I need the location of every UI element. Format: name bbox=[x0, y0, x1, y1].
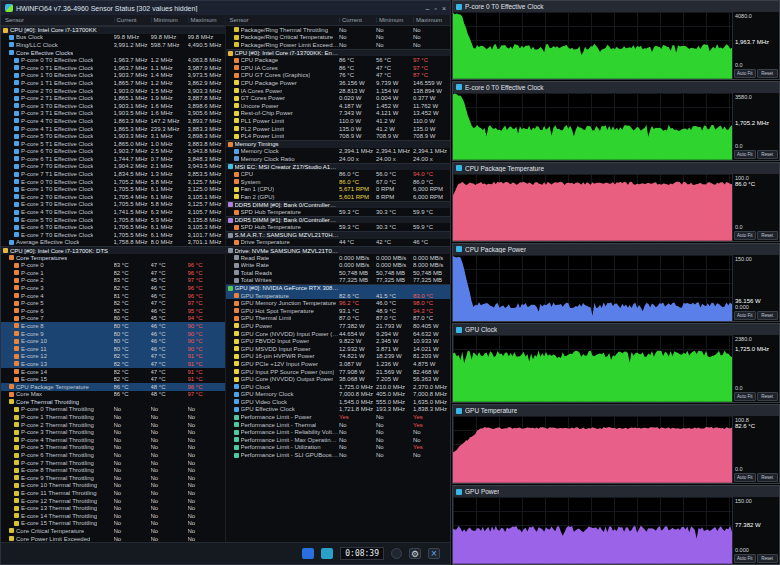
sensor-row[interactable]: P-core 6 T1 Effective Clock1,744.7 MHz0.… bbox=[1, 155, 225, 163]
reset-button[interactable]: Reset bbox=[757, 554, 779, 563]
sensor-row[interactable]: Package/Ring Power Limit ExceededNoNoNo bbox=[226, 41, 451, 49]
sensor-row[interactable]: Core Temperatures bbox=[1, 254, 225, 262]
sensor-row[interactable]: GPU Input PP Source Power (sum)77.908 W2… bbox=[226, 368, 451, 376]
sensor-row[interactable]: GPU Power77.382 W21.793 W80.405 W bbox=[226, 322, 451, 330]
sensor-row[interactable]: Core Thermal Throttling bbox=[1, 398, 225, 406]
sensor-row[interactable]: CPU Package86 °C56 °C97 °C bbox=[226, 56, 451, 64]
sensor-row[interactable]: GPU Clock1,725.0 MHz210.0 MHz2,370.0 MHz bbox=[226, 383, 451, 391]
sensor-row[interactable]: Performance Limit - PowerYesNoYes bbox=[226, 413, 451, 421]
sensor-row[interactable]: E-core 8 Thermal ThrottlingNoNoNo bbox=[1, 466, 225, 474]
sensor-row[interactable]: CPU86.0 °C56.0 °C94.0 °C bbox=[226, 170, 451, 178]
col-sensor[interactable]: Sensor bbox=[226, 17, 340, 23]
sensor-row[interactable]: P-core 182 °C47 °C96 °C bbox=[1, 269, 225, 277]
sensor-row[interactable]: E-core 14 Thermal ThrottlingNoNoNo bbox=[1, 512, 225, 520]
sensor-row[interactable]: P-core 7 T0 Effective Clock1,904.2 MHz2.… bbox=[1, 163, 225, 171]
sensor-row[interactable]: P-core 283 °C45 °C97 °C bbox=[1, 277, 225, 285]
sensor-row[interactable]: Ring/LLC Clock3,991.2 MHz598.7 MHz4,490.… bbox=[1, 41, 225, 49]
sensor-row[interactable]: CPU Package Temperature86 °C48 °C96 °C bbox=[1, 383, 225, 391]
sensor-row[interactable]: E-core 1282 °C47 °C91 °C bbox=[1, 353, 225, 361]
auto-fit-toggle[interactable]: Auto Fit bbox=[734, 392, 756, 401]
reset-button[interactable]: Reset bbox=[757, 311, 779, 320]
sensor-window-titlebar[interactable]: HWiNFO64 v7.36-4960 Sensor Status [302 v… bbox=[1, 1, 450, 15]
sensor-row[interactable]: Total Reads50,748 MB50,748 MB50,748 MB bbox=[226, 269, 451, 277]
sensor-row[interactable]: Uncore Power4.187 W1.452 W11.762 W bbox=[226, 102, 451, 110]
sensor-row[interactable]: P-core 382 °C46 °C96 °C bbox=[1, 284, 225, 292]
sensor-row[interactable]: P-core 3 T1 Effective Clock1,903.5 MHz1.… bbox=[1, 110, 225, 118]
graph-window-titlebar[interactable]: CPU Package Temperature bbox=[453, 163, 779, 174]
sensor-row[interactable]: PL2 Power Limit135.0 W41.2 W135.0 W bbox=[226, 125, 451, 133]
sensor-row[interactable]: P-core 4 Thermal ThrottlingNoNoNo bbox=[1, 436, 225, 444]
sensor-row[interactable]: GPU Memory Junction Temperature96.2 °C46… bbox=[226, 299, 451, 307]
sensor-row[interactable]: Read Rate0.000 MB/s0.000 MB/s0.000 MB/s bbox=[226, 254, 451, 262]
sensor-row[interactable]: Drive Temperature44 °C42 °C46 °C bbox=[226, 239, 451, 247]
sensor-row[interactable]: Rest-of-Chip Power7.343 W4.121 W13.452 W bbox=[226, 110, 451, 118]
sensor-row[interactable]: Fan 2 (GPU)5,601 RPM8 RPM6,000 RPM bbox=[226, 193, 451, 201]
auto-fit-toggle[interactable]: Auto Fit bbox=[734, 231, 756, 240]
graph-window-titlebar[interactable]: GPU Clock bbox=[453, 324, 779, 335]
sensor-row[interactable]: IA Cores Power28.813 W1.154 W138.894 W bbox=[226, 87, 451, 95]
column-header-left[interactable]: Sensor Current Minimum Maximum bbox=[1, 15, 225, 26]
graph-window-titlebar[interactable]: CPU Package Power bbox=[453, 244, 779, 255]
sensor-section-row[interactable]: DDR5 DIMM [#1]: Bank 0/Controller1-Chann… bbox=[226, 216, 451, 224]
sensor-row[interactable]: P-core 5 T0 Effective Clock1,903.3 MHz3.… bbox=[1, 132, 225, 140]
reset-button[interactable]: Reset bbox=[757, 473, 779, 482]
auto-fit-toggle[interactable]: Auto Fit bbox=[734, 473, 756, 482]
sensor-row[interactable]: SPD Hub Temperature59.3 °C30.3 °C59.9 °C bbox=[226, 208, 451, 216]
sensor-row[interactable]: P-core 1 T0 Effective Clock1,903.7 MHz1.… bbox=[1, 72, 225, 80]
reset-button[interactable]: Reset bbox=[757, 150, 779, 159]
sensor-row[interactable]: PL1 Power Limit110.0 W41.2 W110.0 W bbox=[226, 117, 451, 125]
col-sensor[interactable]: Sensor bbox=[1, 17, 114, 23]
sensor-row[interactable]: GT Cores Power0.020 W0.004 W0.377 W bbox=[226, 94, 451, 102]
clock-reset-button[interactable] bbox=[391, 548, 402, 559]
sensor-row[interactable]: Package/Ring Thermal ThrottlingNoNoNo bbox=[226, 26, 451, 34]
sensor-row[interactable]: E-core 1382 °C47 °C91 °C bbox=[1, 360, 225, 368]
sensor-row[interactable]: GPU Temperature82.6 °C41.5 °C83.0 °C bbox=[226, 292, 451, 300]
sensor-row[interactable]: CPU IA Cores86 °C47 °C97 °C bbox=[226, 64, 451, 72]
col-minimum[interactable]: Minimum bbox=[376, 17, 413, 23]
sensor-row[interactable]: Core Critical TemperatureNoNoNo bbox=[1, 527, 225, 535]
sensor-row[interactable]: E-core 0 T0 Effective Clock1,705.2 MHz5.… bbox=[1, 178, 225, 186]
sensor-row[interactable]: P-core 7 Thermal ThrottlingNoNoNo bbox=[1, 459, 225, 467]
sensor-row[interactable]: GPU Thermal Limit87.0 °C87.0 °C87.0 °C bbox=[226, 315, 451, 323]
sensor-section-row[interactable]: Memory Timings bbox=[226, 140, 451, 148]
sensor-row[interactable]: E-core 3 T0 Effective Clock1,705.5 MHz5.… bbox=[1, 201, 225, 209]
sensor-row[interactable]: E-core 2 T0 Effective Clock1,705.4 MHz6.… bbox=[1, 193, 225, 201]
close-sensors-button[interactable]: × bbox=[428, 548, 440, 559]
sensor-row[interactable]: P-core 1 Thermal ThrottlingNoNoNo bbox=[1, 413, 225, 421]
sensor-row[interactable]: Average Effective Clock1,758.8 MHz8.0 MH… bbox=[1, 239, 225, 247]
sensor-row[interactable]: GPU Core (NVVDD) Output Power38.068 W7.2… bbox=[226, 375, 451, 383]
sensor-row[interactable]: P-core 0 T1 Effective Clock1,963.7 MHz1.… bbox=[1, 64, 225, 72]
sensor-row[interactable]: Package/Ring Critical TemperatureNoNoNo bbox=[226, 34, 451, 42]
sensor-section-row[interactable]: S.M.A.R.T.: SAMSUNG MZVL21T0HCLR-00BL7 bbox=[226, 231, 451, 239]
sensor-row[interactable]: GPU 16-pin HVPWR Power74.821 W18.239 W81… bbox=[226, 353, 451, 361]
auto-fit-toggle[interactable]: Auto Fit bbox=[734, 311, 756, 320]
auto-fit-toggle[interactable]: Auto Fit bbox=[734, 69, 756, 78]
sensor-row[interactable]: P-core 7 T1 Effective Clock1,834.5 MHz1.… bbox=[1, 170, 225, 178]
sensor-row[interactable]: GPU FBVDD Input Power9.822 W2.345 W10.93… bbox=[226, 337, 451, 345]
settings-button[interactable]: ⚙ bbox=[409, 548, 421, 559]
sensor-row[interactable]: Fan 1 (CPU)5,671 RPM0 RPM6,000 RPM bbox=[226, 185, 451, 193]
col-current[interactable]: Current bbox=[339, 17, 376, 23]
sensor-row[interactable]: PL4 Power Limit708.9 W708.9 W708.9 W bbox=[226, 132, 451, 140]
sensor-row[interactable]: E-core 7 T0 Effective Clock1,705.5 MHz6.… bbox=[1, 231, 225, 239]
sensor-row[interactable]: E-core 880 °C46 °C90 °C bbox=[1, 322, 225, 330]
sensor-section-row[interactable]: CPU [#0]: Intel Core i7-13700KK: Enhance… bbox=[226, 49, 451, 57]
sensor-row[interactable]: E-core 1582 °C47 °C91 °C bbox=[1, 375, 225, 383]
reset-button[interactable]: Reset bbox=[757, 231, 779, 240]
sensor-section-row[interactable]: CPU [#0]: Intel Core i7-13700KK bbox=[1, 26, 225, 34]
sensor-row[interactable]: Write Rate0.000 MB/s0.000 MB/s8.000 MB/s bbox=[226, 261, 451, 269]
sensor-row[interactable]: Core Max86 °C48 °C97 °C bbox=[1, 391, 225, 399]
col-maximum[interactable]: Maximum bbox=[413, 17, 450, 23]
sensor-row[interactable]: P-core 2 T0 Effective Clock1,903.0 MHz1.… bbox=[1, 87, 225, 95]
sensor-section-row[interactable]: MSI EC: MSI Creator Z17/Studio A17/HGT bbox=[226, 163, 451, 171]
sensor-row[interactable]: SPD Hub Temperature59.3 °C30.3 °C59.9 °C bbox=[226, 223, 451, 231]
sensor-row[interactable]: P-core 5 Thermal ThrottlingNoNoNo bbox=[1, 444, 225, 452]
sensor-row[interactable]: P-core 0 T0 Effective Clock1,963.7 MHz1.… bbox=[1, 56, 225, 64]
sensor-row[interactable]: GPU MSVDD Input Power12.932 W3.871 W14.0… bbox=[226, 345, 451, 353]
graph-window-titlebar[interactable]: GPU Temperature bbox=[453, 405, 779, 416]
sensor-row[interactable]: E-core 1 T0 Effective Clock1,705.5 MHz6.… bbox=[1, 185, 225, 193]
graph-button[interactable] bbox=[302, 548, 314, 559]
logging-button[interactable] bbox=[321, 548, 333, 559]
sensor-row[interactable]: Performance Limit - Reliability VoltageN… bbox=[226, 428, 451, 436]
sensor-row[interactable]: P-core 682 °C46 °C95 °C bbox=[1, 307, 225, 315]
